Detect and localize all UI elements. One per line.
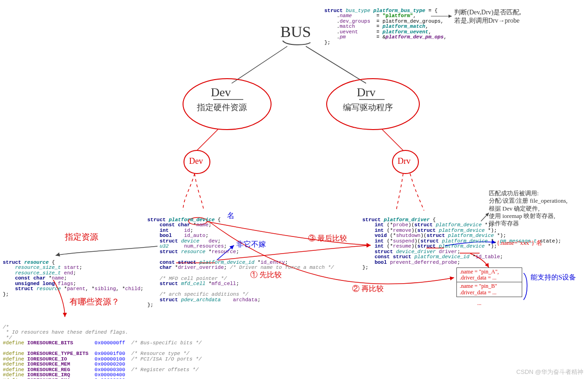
id-row-1b: .driver_data = ...: [460, 275, 519, 281]
watermark: CSDN @华为奋斗者精神: [516, 368, 583, 376]
match-note-l2: 若是,则调用Drv→probe: [454, 17, 521, 25]
probe-note-l2: 分配/设置/注册 file_operations,: [489, 197, 568, 205]
pd-override-note: 非它不嫁: [236, 240, 266, 249]
drv-label: Drv: [357, 86, 375, 99]
compare-2: ③ 最后比较: [308, 234, 347, 243]
drv-small: Drv: [398, 156, 411, 166]
resource-code: struct resource { resource_size_t start;…: [3, 255, 144, 297]
dev-label: Dev: [211, 86, 231, 99]
pd-name-mark: 名: [227, 211, 234, 221]
table-row: .name = "pin_B" .driver_data = ...: [457, 282, 522, 296]
match-note: 判断(Dev,Drv)是否匹配, 若是,则调用Drv→probe: [454, 8, 521, 25]
resource-note: 指定资源: [65, 231, 98, 242]
dev-sub: 指定硬件资源: [197, 102, 247, 113]
io-macros: /* * IO resources have these defined fla…: [3, 319, 202, 379]
probe-note-l1: 匹配成功后被调用:: [489, 190, 568, 197]
bus-type-code: struct bus_type platform_bus_type = { .n…: [324, 3, 447, 45]
drv-sub: 编写驱动程序: [343, 102, 393, 113]
platform-device-code: struct platform_device { const char *nam…: [147, 212, 334, 308]
compare-0: ① 先比较: [250, 270, 282, 280]
dev-small: Dev: [189, 156, 203, 166]
compare-1: ② 再比较: [352, 284, 384, 294]
driver-hint-text: {.name="xxx"} 名: [497, 239, 542, 246]
probe-note-l3: 根据 Dev 确定硬件,: [489, 205, 568, 212]
table-note: 能支持的S设备: [531, 273, 576, 282]
driver-hint: {.name="xxx"} 名: [497, 239, 542, 247]
bus-label: BUS: [280, 23, 311, 41]
id-row-2a: .name = "pin_B": [460, 283, 519, 289]
probe-note: 匹配成功后被调用: 分配/设置/注册 file_operations, 根据 D…: [489, 190, 568, 227]
id-row-2b: .driver_data = ...: [460, 290, 519, 296]
table-row: .name = "pin_A", .driver_data = ...: [457, 268, 522, 282]
id-table-box: .name = "pin_A", .driver_data = ... .nam…: [456, 267, 522, 297]
match-note-l1: 判断(Dev,Drv)是否匹配,: [454, 8, 521, 17]
probe-note-l4: 使用 ioremap 映射寄存器,: [489, 212, 568, 220]
id-ell: ...: [477, 300, 481, 307]
resource-question: 有哪些资源？: [70, 296, 120, 307]
probe-note-l5: 操作寄存器: [489, 220, 568, 227]
